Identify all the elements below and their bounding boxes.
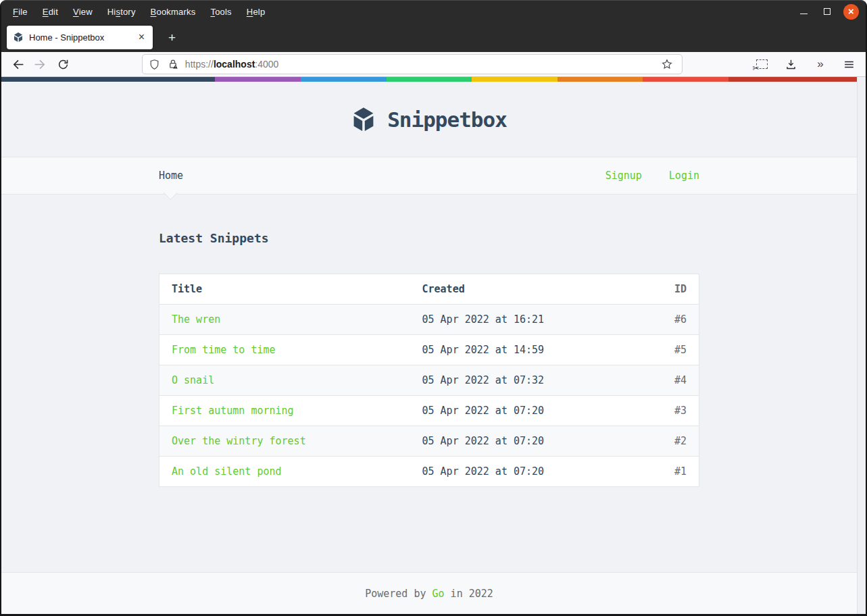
- table-row: First autumn morning 05 Apr 2022 at 07:2…: [159, 396, 699, 426]
- tab-close-button[interactable]: ×: [136, 31, 147, 43]
- column-header-created: Created: [410, 274, 622, 305]
- minimize-button[interactable]: [796, 4, 811, 19]
- table-row: The wren 05 Apr 2022 at 16:21 #6: [159, 305, 699, 335]
- nav-link-home[interactable]: Home: [159, 170, 183, 182]
- url-text: https://localhost:4000: [185, 59, 657, 70]
- download-icon: [785, 58, 797, 71]
- bookmark-star-button[interactable]: [658, 55, 676, 74]
- minimize-icon: [800, 14, 808, 14]
- menubar: FileEditViewHistoryBookmarksToolsHelp: [5, 3, 272, 20]
- screenshot-icon: ✂: [756, 59, 768, 69]
- footer-text-prefix: Powered by: [365, 588, 432, 600]
- site-header: Snippetbox: [1, 82, 857, 157]
- snippet-id: #1: [622, 457, 699, 487]
- tab-title: Home - Snippetbox: [29, 32, 136, 43]
- table-row: O snail 05 Apr 2022 at 07:32 #4: [159, 365, 699, 396]
- footer-text-suffix: in 2022: [445, 588, 493, 600]
- snippet-title-link[interactable]: First autumn morning: [172, 405, 294, 417]
- hamburger-menu-icon: [843, 58, 856, 71]
- snippet-id: #4: [622, 365, 699, 396]
- snippet-title-link[interactable]: An old silent pond: [172, 465, 282, 478]
- table-row: From time to time 05 Apr 2022 at 14:59 #…: [159, 335, 699, 365]
- browser-toolbar: https://localhost:4000 ✂ »: [1, 52, 866, 77]
- forward-button[interactable]: [29, 55, 51, 74]
- maximize-icon: [824, 8, 831, 15]
- footer-go-link[interactable]: Go: [432, 588, 445, 600]
- menu-item-history[interactable]: History: [100, 3, 143, 20]
- rainbow-strip: [1, 77, 857, 82]
- forward-icon: [33, 57, 47, 72]
- menu-item-bookmarks[interactable]: Bookmarks: [143, 3, 203, 20]
- site-nav: Home Signup Login: [1, 157, 857, 195]
- back-icon: [11, 57, 25, 72]
- tab-home-snippetbox[interactable]: Home - Snippetbox ×: [7, 26, 153, 49]
- snippet-id: #3: [622, 396, 699, 426]
- insecure-lock-icon: [167, 58, 179, 70]
- snippet-title-link[interactable]: Over the wintry forest: [172, 435, 306, 447]
- snippet-created-date: 05 Apr 2022 at 07:32: [410, 365, 622, 396]
- maximize-button[interactable]: [820, 4, 835, 19]
- snippetbox-page: Snippetbox Home Signup Login Latest Snip…: [1, 77, 857, 614]
- screenshot-button[interactable]: ✂: [750, 55, 773, 74]
- snippet-id: #5: [622, 335, 699, 365]
- app-menu-button[interactable]: [837, 55, 860, 74]
- site-footer: Powered by Go in 2022: [1, 572, 857, 614]
- url-port: :4000: [255, 59, 278, 70]
- snippet-created-date: 05 Apr 2022 at 14:59: [410, 335, 622, 365]
- close-icon: ×: [848, 6, 854, 16]
- snippet-title-link[interactable]: The wren: [172, 313, 220, 326]
- reload-icon: [57, 58, 70, 71]
- menu-item-edit[interactable]: Edit: [35, 3, 66, 20]
- nav-link-login[interactable]: Login: [669, 170, 699, 182]
- reload-button[interactable]: [52, 55, 74, 74]
- column-header-id: ID: [622, 274, 699, 305]
- url-host: localhost: [214, 59, 255, 70]
- new-tab-button[interactable]: +: [163, 28, 181, 47]
- tracking-shield-icon: [149, 59, 160, 70]
- menu-item-tools[interactable]: Tools: [203, 3, 239, 20]
- column-header-title: Title: [159, 274, 410, 305]
- table-header-row: Title Created ID: [159, 274, 699, 305]
- page-viewport: Snippetbox Home Signup Login Latest Snip…: [1, 77, 866, 614]
- toolbar-right-icons: ✂ »: [750, 55, 860, 74]
- menu-item-file[interactable]: File: [5, 3, 35, 20]
- overflow-menu-button[interactable]: »: [808, 55, 831, 74]
- snippet-created-date: 05 Apr 2022 at 07:20: [410, 396, 622, 426]
- table-row: Over the wintry forest 05 Apr 2022 at 07…: [159, 426, 699, 457]
- snippet-title-link[interactable]: From time to time: [172, 344, 276, 356]
- url-bar[interactable]: https://localhost:4000: [142, 54, 683, 74]
- browser-window: FileEditViewHistoryBookmarksToolsHelp × …: [0, 0, 867, 616]
- tab-strip: Home - Snippetbox × +: [1, 22, 866, 52]
- snippet-created-date: 05 Apr 2022 at 07:20: [410, 426, 622, 457]
- snippet-title-link[interactable]: O snail: [172, 374, 214, 386]
- close-window-button[interactable]: ×: [843, 4, 859, 20]
- nav-left: Home: [159, 170, 605, 182]
- snippet-created-date: 05 Apr 2022 at 16:21: [410, 305, 622, 335]
- titlebar: FileEditViewHistoryBookmarksToolsHelp ×: [1, 0, 866, 22]
- snippet-id: #2: [622, 426, 699, 457]
- nav-link-signup[interactable]: Signup: [605, 170, 642, 182]
- snippetbox-logo-cube-icon: [351, 106, 376, 133]
- table-row: An old silent pond 05 Apr 2022 at 07:20 …: [159, 457, 699, 487]
- back-button[interactable]: [7, 55, 29, 74]
- nav-right: Signup Login: [605, 170, 699, 182]
- snippet-id: #6: [622, 305, 699, 335]
- snippets-table: Title Created ID The wren 05 Apr 2022 at…: [159, 274, 699, 487]
- vertical-scrollbar[interactable]: [857, 77, 866, 614]
- menu-item-help[interactable]: Help: [239, 3, 273, 20]
- menu-item-view[interactable]: View: [66, 3, 100, 20]
- double-chevron-icon: »: [817, 57, 822, 71]
- window-controls: ×: [796, 4, 859, 20]
- tab-favicon-cube-icon: [13, 32, 24, 43]
- main-content: Latest Snippets Title Created ID The wre…: [1, 231, 857, 572]
- site-title[interactable]: Snippetbox: [387, 107, 507, 132]
- snippet-created-date: 05 Apr 2022 at 07:20: [410, 457, 622, 487]
- star-icon: [661, 58, 673, 70]
- url-scheme: https://: [185, 59, 214, 70]
- page-title: Latest Snippets: [159, 231, 699, 245]
- downloads-button[interactable]: [779, 55, 802, 74]
